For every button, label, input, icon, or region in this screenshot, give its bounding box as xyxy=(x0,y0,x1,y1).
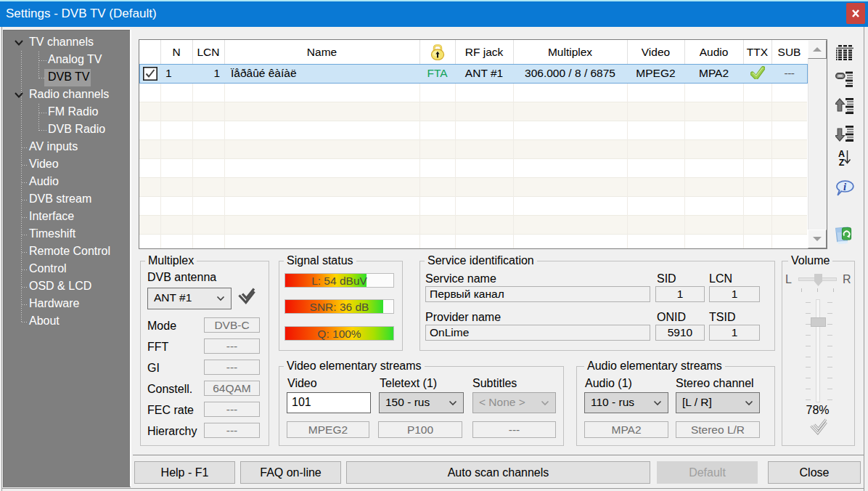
svg-text:i: i xyxy=(843,181,846,192)
